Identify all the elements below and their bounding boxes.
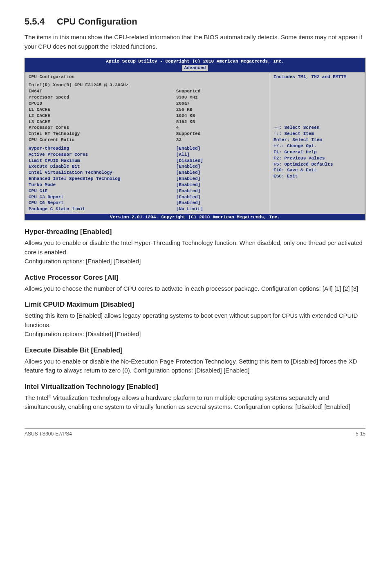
bios-option-value: [Enabled]	[176, 164, 267, 170]
bios-info-label: Intel HT Technology	[29, 131, 176, 137]
bios-option-row[interactable]: Limit CPUID Maximum[Disabled]	[29, 158, 267, 164]
bios-info-row: L1 CACHE256 KB	[29, 107, 267, 113]
bios-info-label: Intel(R) Xeon(R) CPU E31245 @ 3.30GHz	[29, 82, 176, 88]
bios-option-row[interactable]: Execute Disable Bit[Enabled]	[29, 164, 267, 170]
bios-option-value: [Enabled]	[176, 176, 267, 182]
option-description: Allows you to enable or disable the Inte…	[25, 238, 365, 266]
bios-option-value: [Enabled]	[176, 188, 267, 194]
bios-option-row[interactable]: Hyper-threading[Enabled]	[29, 146, 267, 152]
bios-option-value: [Enabled]	[176, 146, 267, 152]
bios-info-label: Processor Speed	[29, 94, 176, 101]
bios-option-value: [All]	[176, 152, 267, 158]
bios-option-row[interactable]: CPU C6 Report[Enabled]	[29, 200, 267, 206]
option-description: Allows you to enable or disable the No-E…	[25, 357, 365, 375]
bios-option-value: [Enabled]	[176, 200, 267, 206]
section-title: CPU Configuration	[57, 16, 137, 27]
bios-help-line: F10: Save & Exit	[273, 167, 361, 173]
bios-option-row[interactable]: CPU C3 Report[Enabled]	[29, 194, 267, 200]
bios-info-label: L2 CACHE	[29, 113, 176, 119]
bios-info-value: 3300 MHz	[176, 94, 267, 101]
page-content: 5.5.4CPU Configuration The items in this…	[25, 16, 365, 437]
bios-tab-advanced: Advanced	[182, 65, 209, 71]
bios-info-value: 33	[176, 137, 267, 143]
bios-option-label: Execute Disable Bit	[29, 164, 176, 170]
bios-option-label: Enhanced Intel SpeedStep Technolog	[29, 176, 176, 182]
bios-info-label: Processor Cores	[29, 125, 176, 131]
option-heading: Active Processor Cores [All]	[25, 274, 365, 282]
bios-info-value: Supported	[176, 131, 267, 137]
bios-help-line: F1: General Help	[273, 149, 361, 155]
bios-info-value: 256 KB	[176, 107, 267, 113]
bios-info-row: CPU Current Ratio33	[29, 137, 267, 143]
bios-body: CPU Configuration Intel(R) Xeon(R) CPU E…	[25, 72, 365, 215]
bios-option-row[interactable]: Package C State limit[No Limit]	[29, 206, 267, 212]
bios-header-line: Aptio Setup Utility - Copyright (C) 2010…	[106, 59, 284, 64]
bios-option-label: CPU C6 Report	[29, 200, 176, 206]
bios-info-label: L3 CACHE	[29, 119, 176, 125]
bios-info-value: 1024 KB	[176, 113, 267, 119]
bios-info-label: EM64T	[29, 88, 176, 94]
section-number: 5.5.4	[25, 16, 45, 27]
bios-footer: Version 2.01.1204. Copyright (C) 2010 Am…	[25, 214, 365, 220]
bios-help-line: Enter: Select Item	[273, 137, 361, 143]
bios-info-row: L2 CACHE1024 KB	[29, 113, 267, 119]
bios-info-row: EM64TSupported	[29, 88, 267, 94]
footer-left: ASUS TS300-E7/PS4	[25, 431, 72, 437]
bios-option-label: Turbo Mode	[29, 182, 176, 188]
bios-info-row: Intel(R) Xeon(R) CPU E31245 @ 3.30GHz	[29, 82, 267, 88]
bios-option-label: Intel Virtualization Technology	[29, 170, 176, 176]
bios-option-value: [No Limit]	[176, 206, 267, 212]
bios-info-row: Processor Cores4	[29, 125, 267, 131]
section-heading: 5.5.4CPU Configuration	[25, 16, 365, 27]
bios-header: Aptio Setup Utility - Copyright (C) 2010…	[25, 58, 365, 72]
option-description: The Intel® Virtualization Technology all…	[25, 393, 365, 412]
bios-help-line: →←: Select Screen	[273, 125, 361, 131]
bios-option-row[interactable]: Enhanced Intel SpeedStep Technolog[Enabl…	[29, 176, 267, 182]
bios-option-label: CPU C1E	[29, 188, 176, 194]
bios-right-panel: Includes TM1, TM2 and EMTTM →←: Select S…	[270, 72, 365, 215]
option-description: Allows you to choose the number of CPU c…	[25, 284, 365, 294]
bios-option-row[interactable]: CPU C1E[Enabled]	[29, 188, 267, 194]
bios-option-value: [Enabled]	[176, 170, 267, 176]
bios-option-row[interactable]: Intel Virtualization Technology[Enabled]	[29, 170, 267, 176]
footer-right: 5-15	[356, 431, 365, 437]
bios-option-label: Package C State limit	[29, 206, 176, 212]
bios-info-value: 8192 KB	[176, 119, 267, 125]
bios-left-panel: CPU Configuration Intel(R) Xeon(R) CPU E…	[25, 72, 270, 215]
option-heading: Intel Virtualization Technology [Enabled…	[25, 383, 365, 391]
bios-info-value: 206a7	[176, 101, 267, 107]
bios-help-top: Includes TM1, TM2 and EMTTM	[273, 74, 361, 80]
option-description: Setting this item to [Enabled] allows le…	[25, 311, 365, 339]
bios-option-label: Hyper-threading	[29, 146, 176, 152]
page-footer: ASUS TS300-E7/PS4 5-15	[25, 428, 365, 437]
section-intro: The items in this menu show the CPU-rela…	[25, 33, 365, 51]
bios-info-label: L1 CACHE	[29, 107, 176, 113]
bios-help-line: F2: Previous Values	[273, 155, 361, 162]
bios-info-label: CPU Current Ratio	[29, 137, 176, 143]
bios-help-line: F5: Optimized Defaults	[273, 162, 361, 168]
bios-help-line: ↑↓: Select Item	[273, 131, 361, 137]
bios-info-row: L3 CACHE8192 KB	[29, 119, 267, 125]
bios-screenshot: Aptio Setup Utility - Copyright (C) 2010…	[25, 58, 365, 220]
bios-info-value: Supported	[176, 88, 267, 94]
option-heading: Limit CPUID Maximum [Disabled]	[25, 301, 365, 309]
bios-info-row: Intel HT TechnologySupported	[29, 131, 267, 137]
bios-info-label: CPUID	[29, 101, 176, 107]
bios-info-value: 4	[176, 125, 267, 131]
bios-option-label: Limit CPUID Maximum	[29, 158, 176, 164]
bios-option-row[interactable]: Active Processor Cores[All]	[29, 152, 267, 158]
bios-info-row: Processor Speed3300 MHz	[29, 94, 267, 101]
bios-option-value: [Enabled]	[176, 194, 267, 200]
bios-panel-title: CPU Configuration	[29, 74, 176, 80]
bios-info-value	[176, 82, 267, 88]
bios-option-label: CPU C3 Report	[29, 194, 176, 200]
bios-help-nav: →←: Select Screen↑↓: Select ItemEnter: S…	[273, 125, 361, 180]
bios-help-line: +/-: Change Opt.	[273, 143, 361, 149]
bios-option-value: [Disabled]	[176, 158, 267, 164]
bios-info-row: CPUID206a7	[29, 101, 267, 107]
bios-help-line: ESC: Exit	[273, 173, 361, 180]
bios-option-label: Active Processor Cores	[29, 152, 176, 158]
bios-option-value: [Enabled]	[176, 182, 267, 188]
bios-option-row[interactable]: Turbo Mode[Enabled]	[29, 182, 267, 188]
option-heading: Execute Disable Bit [Enabled]	[25, 346, 365, 355]
